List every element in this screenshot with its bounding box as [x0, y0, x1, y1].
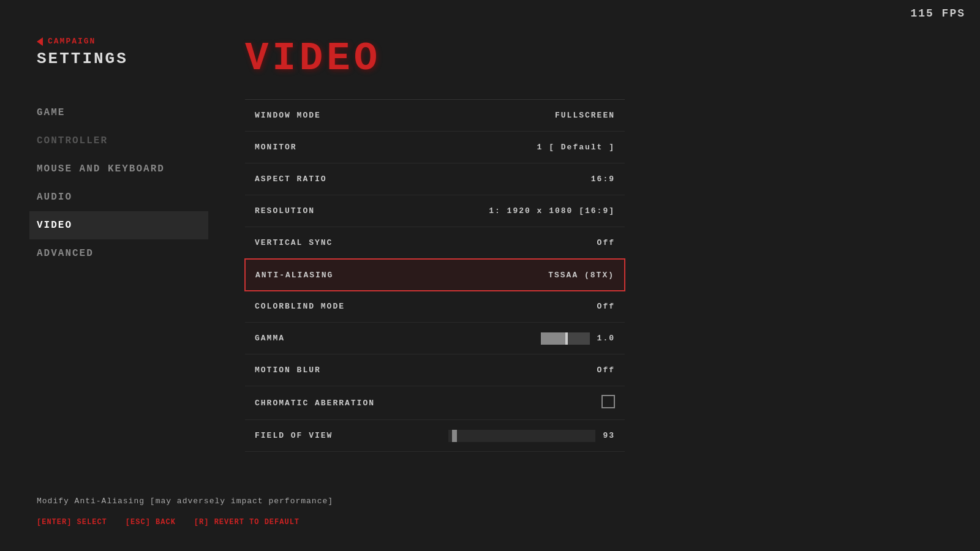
setting-label-anti_aliasing: ANTI-ALIASING [255, 271, 333, 280]
checkbox-chromatic_aberration[interactable] [601, 395, 615, 408]
back-label: CAMPAIGN [48, 37, 96, 46]
setting-label-motion_blur: MOTION BLUR [255, 365, 321, 375]
setting-row-motion_blur[interactable]: MOTION BLUROff [245, 354, 625, 386]
back-link[interactable]: CAMPAIGN [37, 37, 208, 46]
nav-item-advanced[interactable]: ADVANCED [37, 239, 208, 268]
slider-bar-gamma[interactable] [541, 332, 590, 345]
bottom-bar: Modify Anti-Aliasing [may adversely impa… [0, 478, 980, 551]
key-hints: [ENTER] SELECT[ESC] BACK[R] REVERT TO DE… [37, 518, 943, 527]
setting-row-anti_aliasing[interactable]: ANTI-ALIASINGTSSAA (8TX) [245, 259, 625, 291]
nav-item-mouse_keyboard[interactable]: MOUSE AND KEYBOARD [37, 155, 208, 183]
setting-row-colorblind_mode[interactable]: COLORBLIND MODEOff [245, 291, 625, 323]
fov-slider-bar[interactable] [448, 430, 595, 442]
setting-value-aspect_ratio: 16:9 [591, 174, 615, 184]
nav-item-game[interactable]: GAME [37, 99, 208, 127]
setting-label-gamma: GAMMA [255, 334, 285, 343]
nav-item-audio[interactable]: AUDIO [37, 183, 208, 211]
setting-row-aspect_ratio[interactable]: ASPECT RATIO16:9 [245, 163, 625, 195]
nav-item-controller: CONTROLLER [37, 127, 208, 155]
setting-row-vertical_sync[interactable]: VERTICAL SYNCOff [245, 227, 625, 259]
key-hint-enter_select[interactable]: [ENTER] SELECT [37, 518, 107, 527]
page-title: VIDEO [245, 37, 956, 81]
setting-value-anti_aliasing: TSSAA (8TX) [548, 271, 614, 280]
back-arrow-icon [37, 37, 43, 46]
setting-value-gamma: 1.0 [541, 332, 615, 345]
setting-value-resolution: 1: 1920 x 1080 [16:9] [489, 206, 615, 216]
setting-value-text-field_of_view: 93 [603, 431, 615, 440]
setting-label-vertical_sync: VERTICAL SYNC [255, 238, 333, 247]
setting-label-field_of_view: FIELD OF VIEW [255, 431, 333, 440]
hint-text: Modify Anti-Aliasing [may adversely impa… [37, 497, 943, 506]
nav-item-video[interactable]: VIDEO [29, 211, 208, 239]
nav-menu: GAMECONTROLLERMOUSE AND KEYBOARDAUDIOVID… [37, 99, 208, 268]
setting-label-window_mode: WINDOW MODE [255, 111, 321, 120]
setting-label-monitor: MONITOR [255, 143, 297, 152]
setting-label-aspect_ratio: ASPECT RATIO [255, 174, 327, 184]
setting-value-motion_blur: Off [597, 365, 615, 375]
left-panel: CAMPAIGN SETTINGS GAMECONTROLLERMOUSE AN… [0, 0, 233, 551]
setting-row-field_of_view[interactable]: FIELD OF VIEW93 [245, 420, 625, 452]
setting-row-resolution[interactable]: RESOLUTION1: 1920 x 1080 [16:9] [245, 195, 625, 227]
setting-row-window_mode[interactable]: WINDOW MODEFULLSCREEN [245, 100, 625, 132]
settings-title: SETTINGS [37, 50, 208, 68]
setting-value-chromatic_aberration [601, 395, 615, 411]
settings-list: WINDOW MODEFULLSCREENMONITOR1 [ Default … [245, 99, 625, 452]
key-hint-r_revert[interactable]: [R] REVERT TO DEFAULT [194, 518, 300, 527]
setting-value-window_mode: FULLSCREEN [555, 111, 615, 120]
key-hint-esc_back[interactable]: [ESC] BACK [126, 518, 176, 527]
setting-value-field_of_view: 93 [448, 430, 615, 442]
setting-label-chromatic_aberration: CHROMATIC ABERRATION [255, 399, 375, 408]
setting-row-monitor[interactable]: MONITOR1 [ Default ] [245, 132, 625, 163]
setting-row-gamma[interactable]: GAMMA1.0 [245, 323, 625, 354]
setting-value-vertical_sync: Off [597, 238, 615, 247]
main-content: VIDEO WINDOW MODEFULLSCREENMONITOR1 [ De… [233, 0, 980, 551]
setting-value-monitor: 1 [ Default ] [537, 143, 615, 152]
setting-label-colorblind_mode: COLORBLIND MODE [255, 302, 345, 311]
setting-label-resolution: RESOLUTION [255, 206, 315, 216]
setting-value-text-gamma: 1.0 [597, 334, 615, 343]
setting-row-chromatic_aberration[interactable]: CHROMATIC ABERRATION [245, 386, 625, 420]
setting-value-colorblind_mode: Off [597, 302, 615, 311]
